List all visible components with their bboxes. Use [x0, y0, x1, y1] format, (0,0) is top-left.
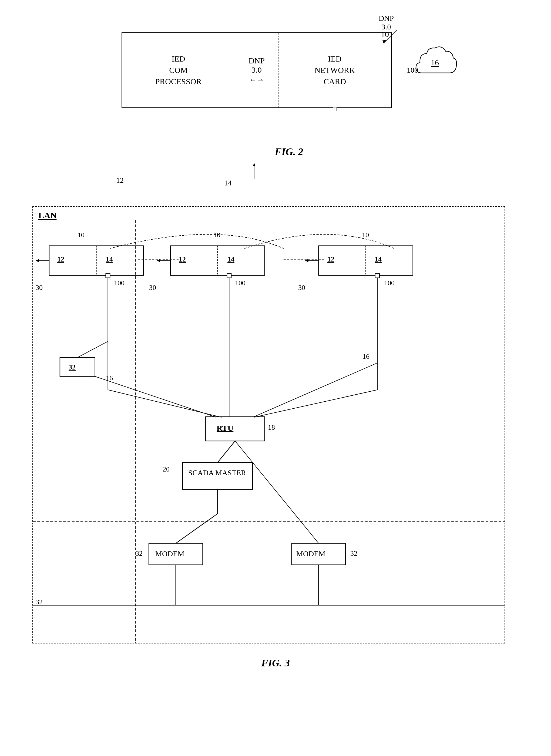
fig2-dnp-label: DNP3.0	[248, 56, 265, 74]
svg-line-31	[254, 363, 377, 417]
fig2-dnp-section: DNP3.0 ←→	[235, 33, 279, 107]
fig3-ref18: 18	[268, 423, 275, 432]
fig3-scada-label: SCADA MASTER	[188, 469, 246, 477]
fig3-ref30c: 30	[298, 284, 305, 292]
fig3-ref32c: 32	[136, 550, 143, 558]
svg-rect-24	[205, 417, 265, 441]
fig2-dnp-top: DNP3.0	[379, 14, 394, 31]
svg-rect-28	[60, 358, 95, 377]
fig3-ref16b: 16	[363, 352, 370, 361]
fig2-connector	[333, 107, 337, 111]
svg-line-25	[108, 390, 221, 417]
fig3-ied3-ref12: 12	[327, 255, 335, 263]
fig3-ref10c: 10	[362, 231, 369, 239]
svg-rect-8	[106, 273, 110, 278]
page: 10 IEDCOMPROCESSOR DNP3.0 ←→ IEDNETWORKC…	[0, 0, 551, 756]
fig3-ied1-ref12: 12	[57, 255, 64, 263]
fig3-caption: FIG. 3	[32, 657, 519, 669]
svg-rect-11	[227, 273, 231, 278]
fig3-rtu-label: RTU	[216, 423, 233, 433]
svg-line-30	[95, 376, 216, 417]
svg-marker-18	[157, 259, 160, 262]
fig2-ref14: 14	[224, 179, 232, 187]
fig3-ref100b: 100	[235, 279, 245, 287]
svg-rect-14	[375, 273, 380, 278]
fig3-ied1-ref14: 14	[106, 255, 113, 263]
svg-line-39	[176, 514, 218, 543]
fig2-main-box: IEDCOMPROCESSOR DNP3.0 ←→ IEDNETWORKCARD…	[121, 32, 392, 108]
fig3-ref30a: 30	[36, 284, 43, 292]
svg-marker-16	[36, 259, 39, 262]
svg-line-26	[254, 390, 377, 417]
fig3-ref32b: 32	[36, 598, 43, 606]
fig3-ref10a: 10	[77, 231, 84, 239]
fig3-ied3-ref14: 14	[375, 255, 382, 263]
fig2-ied-network-card-section: IEDNETWORKCARD	[279, 33, 391, 107]
fig3-ref30b: 30	[149, 284, 156, 292]
fig2-ied-com-label: IEDCOMPROCESSOR	[155, 53, 202, 87]
fig2-ref12: 12	[116, 176, 124, 185]
fig3-ied2-ref14: 14	[227, 255, 234, 263]
fig3-container: LAN	[32, 206, 519, 669]
fig3-ref32-box: 32	[69, 363, 76, 371]
fig2-ied-network-label: IEDNETWORKCARD	[315, 53, 355, 87]
fig2-dnp-arrows: ←→	[249, 76, 264, 84]
fig3-modem2-label: MODEM	[296, 550, 325, 558]
fig3-lan-label: LAN	[38, 211, 57, 221]
fig3-ref20: 20	[163, 465, 170, 473]
fig3-ied2-ref12: 12	[179, 255, 186, 263]
fig3-ref100c: 100	[384, 279, 395, 287]
fig2-caption: FIG. 2	[127, 146, 451, 158]
svg-marker-20	[305, 259, 309, 262]
fig2-cloud: 16	[411, 43, 459, 82]
fig3-ref32d: 32	[350, 550, 357, 558]
fig2-arrow14-svg	[253, 160, 266, 182]
fig3-outer-box: LAN	[32, 206, 505, 643]
svg-line-33	[217, 441, 235, 463]
svg-marker-3	[253, 163, 255, 166]
svg-line-40	[235, 441, 319, 543]
fig2-ref16: 16	[431, 58, 439, 67]
svg-line-29	[77, 341, 108, 358]
fig3-ref100a: 100	[114, 279, 124, 287]
fig3-ref10b: 10	[213, 231, 220, 239]
fig2-container: 10 IEDCOMPROCESSOR DNP3.0 ←→ IEDNETWORKC…	[100, 32, 451, 158]
fig2-ied-com-processor-section: IEDCOMPROCESSOR	[122, 33, 235, 107]
fig3-modem1-label: MODEM	[155, 550, 184, 558]
fig3-ref16a: 16	[106, 374, 113, 382]
